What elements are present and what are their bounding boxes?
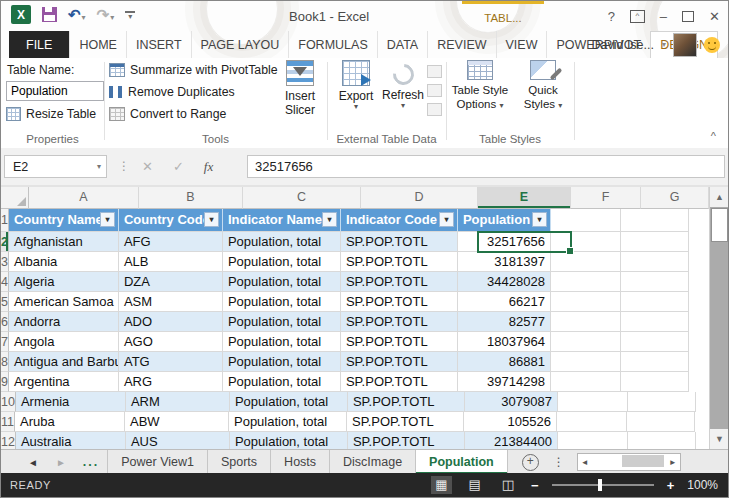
help-icon[interactable]: ? <box>608 9 615 24</box>
cell-population[interactable]: 86881 <box>458 352 551 372</box>
cell-indicator-name[interactable]: Population, total <box>223 352 341 372</box>
cell-empty[interactable] <box>551 272 621 292</box>
select-all-corner[interactable] <box>1 187 29 209</box>
column-header-b[interactable]: B <box>139 187 243 209</box>
undo-button[interactable]: ↶▾ <box>68 6 86 24</box>
column-header-a[interactable]: A <box>29 187 139 209</box>
column-header-d[interactable]: D <box>361 187 478 209</box>
more-sheets-indicator[interactable]: ... <box>75 450 107 474</box>
cell-population[interactable]: 105526 <box>464 412 557 432</box>
cell-country-name[interactable]: Afghanistan <box>9 232 119 252</box>
redo-caret-icon[interactable]: ▾ <box>110 13 114 22</box>
cell-country-name[interactable]: Australia <box>16 432 126 449</box>
cell-indicator-code[interactable]: SP.POP.TOTL <box>341 232 458 252</box>
vertical-scrollbar-thumb[interactable] <box>711 208 728 242</box>
filter-button[interactable]: ▾ <box>532 212 547 227</box>
minimize-icon[interactable]: – <box>660 9 667 24</box>
properties-icon[interactable] <box>427 65 442 78</box>
row-header-9[interactable]: 9 <box>1 372 9 392</box>
cell-population[interactable]: 3181397 <box>458 252 551 272</box>
cell-population[interactable]: 66217 <box>458 292 551 312</box>
quick-styles-button[interactable]: Quick Styles ▾ <box>516 60 570 111</box>
cell-country-name[interactable]: Algeria <box>9 272 119 292</box>
cell-empty[interactable] <box>628 392 696 412</box>
tab-file[interactable]: FILE <box>9 31 69 58</box>
filter-button[interactable]: ▾ <box>100 212 115 227</box>
cell-country-name[interactable]: Aruba <box>15 412 125 432</box>
cell-indicator-code[interactable]: SP.POP.TOTL <box>341 252 458 272</box>
cell-empty[interactable] <box>621 312 689 332</box>
sheet-next-icon[interactable]: ► <box>47 450 75 474</box>
collapse-ribbon-icon[interactable]: ^ <box>711 130 716 142</box>
header-cell-indicator-code[interactable]: Indicator Code▾ <box>341 209 458 232</box>
cell-country-code[interactable]: AFG <box>119 232 223 252</box>
cell-country-code[interactable]: ADO <box>119 312 223 332</box>
zoom-out-icon[interactable]: − <box>531 478 539 493</box>
cell-indicator-name[interactable]: Population, total <box>230 432 348 449</box>
cell-empty[interactable] <box>621 352 689 372</box>
cell-empty[interactable] <box>621 209 689 232</box>
scroll-up-icon[interactable]: ▲ <box>710 187 729 207</box>
enter-icon[interactable]: ✓ <box>173 159 184 174</box>
feedback-smiley-icon[interactable] <box>704 37 720 53</box>
horizontal-scrollbar-track[interactable] <box>592 454 666 470</box>
header-cell-population[interactable]: Population▾ <box>458 209 551 232</box>
cell-indicator-name[interactable]: Population, total <box>223 232 341 252</box>
filter-button[interactable]: ▾ <box>204 212 219 227</box>
cell-empty[interactable] <box>621 372 689 392</box>
cell-empty[interactable] <box>621 272 689 292</box>
normal-view-icon[interactable]: ▦ <box>431 476 451 494</box>
cell-indicator-code[interactable]: SP.POP.TOTL <box>341 332 458 352</box>
sheet-tab-hosts[interactable]: Hosts <box>270 450 329 474</box>
table-style-options-button[interactable]: Table Style Options ▾ <box>448 60 512 111</box>
cell-country-code[interactable]: ARM <box>126 392 230 412</box>
insert-slicer-button[interactable]: Insert Slicer <box>276 60 324 117</box>
tab-view[interactable]: VIEW <box>496 31 547 58</box>
cell-population[interactable]: 39714298 <box>458 372 551 392</box>
cell-population[interactable]: 82577 <box>458 312 551 332</box>
cell-empty[interactable] <box>551 252 621 272</box>
cell-empty[interactable] <box>557 412 627 432</box>
tab-data[interactable]: DATA <box>377 31 427 58</box>
summarize-with-pivottable-button[interactable]: Summarize with PivotTable <box>109 63 278 77</box>
cell-empty[interactable] <box>551 372 621 392</box>
cell-indicator-code[interactable]: SP.POP.TOTL <box>347 412 464 432</box>
cell-indicator-code[interactable]: SP.POP.TOTL <box>341 372 458 392</box>
cell-indicator-code[interactable]: SP.POP.TOTL <box>341 312 458 332</box>
save-icon[interactable] <box>42 7 57 22</box>
cell-country-name[interactable]: Angola <box>9 332 119 352</box>
cell-country-code[interactable]: AUS <box>126 432 230 449</box>
row-header-8[interactable]: 8 <box>1 352 9 372</box>
formula-bar-handle-icon[interactable]: ⋮ <box>118 159 130 173</box>
cell-empty[interactable] <box>551 332 621 352</box>
cell-country-code[interactable]: ARG <box>119 372 223 392</box>
cell-country-name[interactable]: Armenia <box>16 392 126 412</box>
zoom-slider[interactable] <box>552 484 654 486</box>
formula-input[interactable]: 32517656 <box>247 155 725 178</box>
cell-population[interactable]: 21384400 <box>465 432 558 449</box>
column-header-g[interactable]: G <box>641 187 709 209</box>
row-header-6[interactable]: 6 <box>1 312 9 332</box>
sheet-tab-sports[interactable]: Sports <box>207 450 270 474</box>
cell-indicator-code[interactable]: SP.POP.TOTL <box>341 272 458 292</box>
header-cell-country-name[interactable]: Country Name▾ <box>9 209 119 232</box>
vertical-scrollbar[interactable]: ▲ ▼ <box>709 187 729 449</box>
name-box[interactable]: E2 ▾ <box>4 155 107 178</box>
row-header-10[interactable]: 10 <box>1 392 16 412</box>
resize-table-button[interactable]: Resize Table <box>6 107 96 121</box>
undo-caret-icon[interactable]: ▾ <box>82 13 86 22</box>
row-header-12[interactable]: 12 <box>1 432 16 449</box>
row-header-4[interactable]: 4 <box>1 272 9 292</box>
table-name-input[interactable] <box>6 81 104 101</box>
column-header-e-selected[interactable]: E <box>478 187 571 209</box>
sheet-options-icon[interactable]: ⋮ <box>553 450 565 474</box>
convert-to-range-button[interactable]: Convert to Range <box>109 107 226 121</box>
column-header-c[interactable]: C <box>243 187 361 209</box>
cell-empty[interactable] <box>551 352 621 372</box>
page-break-preview-icon[interactable]: ◫ <box>498 476 518 494</box>
zoom-slider-handle[interactable] <box>598 479 602 491</box>
new-sheet-button[interactable]: + <box>522 450 539 474</box>
cell-empty[interactable] <box>551 209 621 232</box>
user-avatar[interactable] <box>673 33 697 57</box>
cell-indicator-name[interactable]: Population, total <box>223 252 341 272</box>
